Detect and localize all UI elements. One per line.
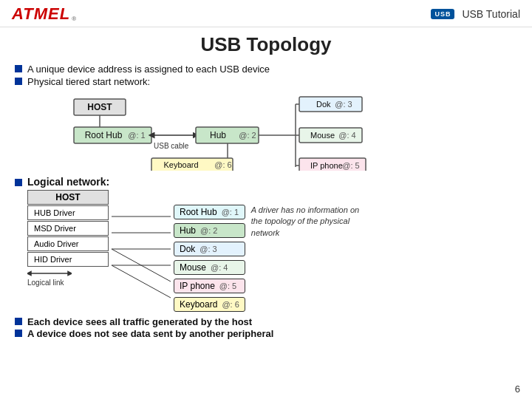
logical-label: Logical network: — [27, 176, 109, 188]
svg-text:USB cable: USB cable — [154, 142, 189, 150]
header-title: USB Tutorial — [462, 8, 520, 20]
bullet-1-text: A unique device address is assigned to e… — [27, 64, 270, 75]
svg-text:Hub: Hub — [210, 130, 226, 140]
svg-text:@: 6: @: 6 — [214, 160, 231, 169]
annotation-text: A driver has no information on the topol… — [251, 190, 369, 239]
bottom-bullet-1: Each device sees all traffic generated b… — [15, 316, 517, 327]
logical-devices: Root Hub @: 1 Hub @: 2 Dok @: 3 Mouse @:… — [174, 190, 245, 312]
page-number: 6 — [515, 383, 520, 395]
svg-text:IP phone: IP phone — [310, 161, 343, 170]
atmel-logo: ATMEL ® — [12, 4, 76, 24]
logical-lines-svg — [112, 206, 171, 302]
svg-text:Dok: Dok — [316, 100, 331, 109]
svg-line-36 — [112, 265, 171, 298]
logical-mouse: Mouse @: 4 — [174, 260, 245, 275]
logical-roothub: Root Hub @: 1 — [174, 205, 245, 219]
svg-text:@: 3: @: 3 — [335, 100, 352, 109]
logical-keyboard: Keyboard @: 6 — [174, 297, 245, 312]
logical-link-label: Logical link — [27, 279, 64, 287]
topology-diagram: HOST Root Hub @: 1 USB cable Hub @: 2 Ke… — [66, 93, 517, 173]
svg-text:@: 5: @: 5 — [342, 161, 359, 170]
bottom-bullet-icon-1 — [15, 318, 22, 325]
bullet-icon-logical — [15, 179, 22, 186]
header-right: USB USB Tutorial — [431, 8, 520, 20]
logical-link-arrow — [27, 268, 72, 279]
bottom-bullet-icon-2 — [15, 330, 22, 337]
logical-section: Logical network: HOST HUB Driver MSD Dri… — [15, 176, 517, 312]
host-label-box: HOST — [27, 190, 109, 205]
bottom-bullet-1-text: Each device sees all traffic generated b… — [27, 316, 252, 327]
hub-driver: HUB Driver — [27, 205, 109, 220]
msd-driver: MSD Driver — [27, 221, 109, 236]
svg-text:@: 4: @: 4 — [338, 131, 355, 140]
svg-text:HOST: HOST — [87, 102, 112, 112]
intro-bullets: A unique device address is assigned to e… — [15, 64, 517, 87]
svg-text:Root Hub: Root Hub — [85, 130, 123, 140]
svg-text:Mouse: Mouse — [310, 131, 335, 140]
logical-hub: Hub @: 2 — [174, 223, 245, 238]
bullet-2-text: Physical tiered start network: — [27, 76, 150, 87]
bullet-2: Physical tiered start network: — [15, 76, 517, 87]
main-content: A unique device address is assigned to e… — [0, 64, 532, 339]
hid-driver: HID Driver — [27, 252, 109, 267]
bullet-1: A unique device address is assigned to e… — [15, 64, 517, 75]
page-title: USB Topology — [0, 33, 532, 56]
bullet-icon-1 — [15, 65, 22, 72]
logical-dok: Dok @: 3 — [174, 242, 245, 256]
bottom-bullet-2-text: A device does not see data sent by anoth… — [27, 328, 273, 339]
host-stack: HOST HUB Driver MSD Driver Audio Driver … — [27, 190, 109, 287]
bottom-bullet-2: A device does not see data sent by anoth… — [15, 328, 517, 339]
usb-logo: USB — [431, 9, 454, 19]
bottom-bullets: Each device sees all traffic generated b… — [15, 316, 517, 339]
bullet-icon-2 — [15, 78, 22, 85]
logical-diagram: HOST HUB Driver MSD Driver Audio Driver … — [27, 190, 517, 312]
svg-text:@: 1: @: 1 — [128, 131, 145, 140]
atmel-logo-text: ATMEL — [12, 4, 70, 24]
svg-text:Keyboard: Keyboard — [163, 160, 198, 169]
atmel-logo-reg: ® — [72, 16, 76, 22]
topology-svg: HOST Root Hub @: 1 USB cable Hub @: 2 Ke… — [66, 93, 510, 171]
audio-driver: Audio Driver — [27, 236, 109, 251]
logical-content: Logical network: HOST HUB Driver MSD Dri… — [27, 176, 517, 312]
logical-ipphone: IP phone @: 5 — [174, 279, 245, 293]
svg-text:@: 2: @: 2 — [239, 131, 256, 140]
header: ATMEL ® USB USB Tutorial — [0, 0, 532, 27]
